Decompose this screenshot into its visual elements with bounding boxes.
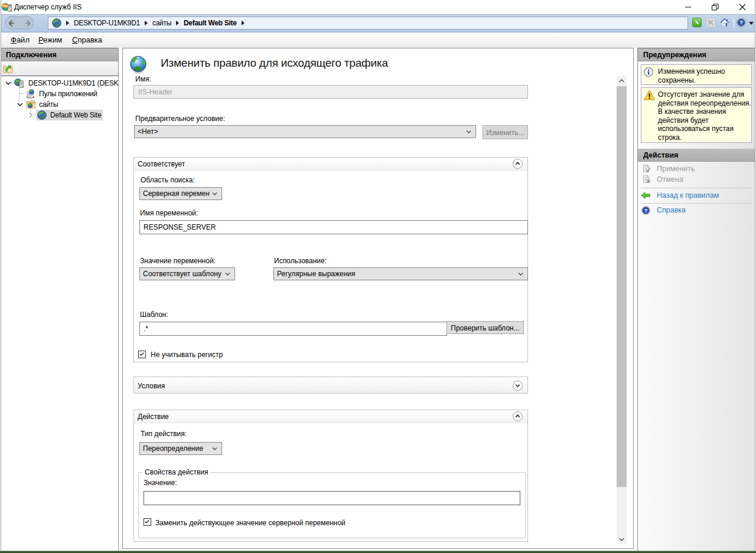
svg-text:?: ?	[739, 19, 743, 25]
svg-text:?: ?	[644, 208, 648, 214]
